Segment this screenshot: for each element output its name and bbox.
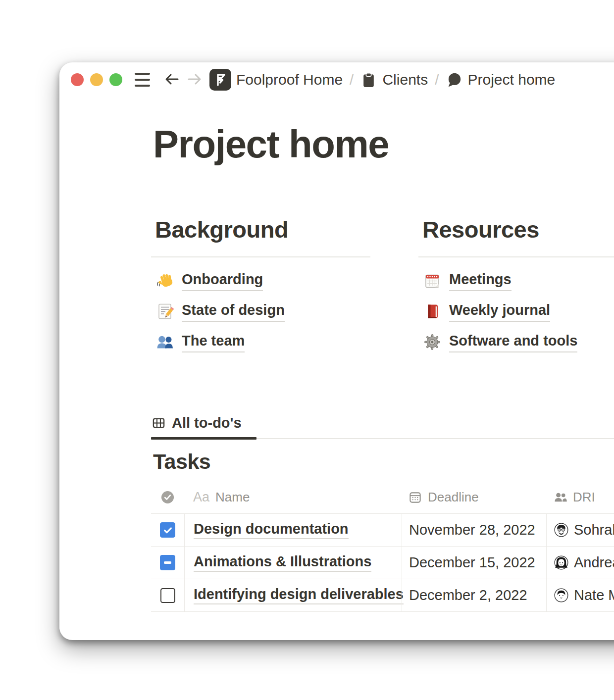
deadline-cell[interactable]: December 2, 2022	[402, 579, 546, 611]
section-heading-resources: Resources	[418, 216, 614, 244]
background-column: Background OnboardingState of designThe …	[151, 216, 370, 357]
deadline-cell[interactable]: November 28, 2022	[402, 514, 546, 546]
table-header-row: Aa Name	[151, 481, 614, 513]
task-name-cell[interactable]: Identifying design deliverables	[184, 579, 402, 611]
task-checkbox-unchecked[interactable]	[160, 588, 175, 603]
clipboard-icon	[360, 72, 377, 88]
gear-emoji	[423, 333, 441, 351]
tasks-table: Aa Name	[151, 481, 614, 612]
dri-cell[interactable]: Andrea	[546, 547, 614, 579]
table-row: Identifying design deliverablesDecember …	[151, 579, 614, 612]
dri-cell[interactable]: Sohrab	[546, 514, 614, 546]
background-links: OnboardingState of designThe team	[151, 257, 370, 357]
header-deadline-label: Deadline	[428, 490, 479, 505]
spiral-calendar-emoji	[423, 272, 441, 290]
checkbox-cell	[151, 579, 184, 611]
resources-column: Resources MeetingsWeekly journalSoftware…	[418, 216, 614, 357]
breadcrumb-item[interactable]: Project home	[446, 71, 556, 88]
header-dri-column[interactable]: DRI	[546, 490, 614, 505]
waving-hand-emoji	[156, 272, 174, 290]
page-link[interactable]: Meetings	[418, 265, 614, 296]
deadline-cell[interactable]: December 15, 2022	[402, 547, 546, 579]
zoom-window-button[interactable]	[109, 73, 122, 86]
section-heading-background: Background	[151, 216, 370, 244]
page-link-label: Meetings	[449, 270, 512, 291]
page-link-label: State of design	[182, 301, 285, 321]
breadcrumb-separator: /	[350, 71, 354, 88]
screenshot-stage: Foolproof Home/Clients/Project home Proj…	[0, 0, 614, 700]
minimize-window-button[interactable]	[90, 73, 103, 86]
task-name-link[interactable]: Identifying design deliverables	[194, 586, 404, 604]
deadline-value: December 2, 2022	[409, 587, 527, 603]
app-window: Foolproof Home/Clients/Project home Proj…	[59, 62, 614, 640]
task-name-link[interactable]: Animations & Illustrations	[194, 553, 371, 572]
sidebar-menu-icon[interactable]	[135, 73, 150, 87]
page-link-label: The team	[182, 332, 245, 352]
task-name-cell[interactable]: Animations & Illustrations	[184, 547, 402, 579]
page-link[interactable]: Weekly journal	[418, 296, 614, 327]
check-circle-icon	[161, 491, 174, 504]
red-book-emoji	[423, 302, 441, 320]
table-row: Design documentationNovember 28, 2022Soh…	[151, 513, 614, 546]
dri-name: Nate M	[574, 587, 614, 603]
breadcrumb-item[interactable]: Foolproof Home	[236, 71, 343, 88]
speech-bubble-icon	[446, 72, 462, 88]
dri-cell[interactable]: Nate M	[546, 579, 614, 611]
busts-emoji	[156, 333, 174, 351]
database-view-tabs: All to-do's	[151, 415, 614, 441]
page-link[interactable]: Software and tools	[418, 327, 614, 357]
header-name-label: Name	[215, 490, 250, 505]
breadcrumb-item[interactable]: Clients	[360, 71, 428, 88]
memo-emoji	[156, 302, 174, 320]
breadcrumb-separator: /	[435, 71, 439, 88]
checkbox-cell	[151, 514, 184, 546]
header-deadline-column[interactable]: Deadline	[402, 490, 546, 505]
foolproof-logo[interactable]	[209, 69, 231, 91]
forward-arrow-icon[interactable]	[187, 72, 203, 87]
page-link[interactable]: Onboarding	[151, 265, 370, 296]
avatar-woman-bob	[554, 555, 568, 570]
resources-links: MeetingsWeekly journalSoftware and tools	[418, 257, 614, 357]
header-checkbox-column[interactable]	[151, 481, 184, 513]
deadline-value: December 15, 2022	[409, 554, 535, 571]
deadline-value: November 28, 2022	[409, 522, 535, 538]
page-link-label: Software and tools	[449, 332, 577, 352]
active-tab-indicator	[151, 437, 256, 440]
two-column-layout: Background OnboardingState of designThe …	[151, 216, 614, 357]
task-name-cell[interactable]: Design documentation	[184, 514, 402, 546]
page-link[interactable]: State of design	[151, 296, 370, 327]
tab-label: All to-do's	[172, 415, 242, 431]
people-icon	[554, 491, 567, 504]
avatar-man-beard	[554, 523, 568, 537]
breadcrumb-label: Foolproof Home	[236, 71, 343, 88]
breadcrumb: Foolproof Home/Clients/Project home	[236, 70, 555, 89]
header-dri-label: DRI	[573, 490, 595, 505]
close-window-button[interactable]	[71, 73, 84, 86]
page-title[interactable]: Project home	[153, 122, 389, 167]
task-checkbox-indeterminate[interactable]	[160, 555, 175, 570]
page-link-label: Weekly journal	[449, 301, 550, 321]
checkbox-cell	[151, 547, 184, 579]
page-link[interactable]: The team	[151, 327, 370, 357]
traffic-lights	[71, 73, 122, 86]
table-row: Animations & IllustrationsDecember 15, 2…	[151, 546, 614, 579]
dri-name: Andrea	[574, 554, 614, 571]
table-grid-icon	[152, 416, 165, 430]
table-body: Design documentationNovember 28, 2022Soh…	[151, 513, 614, 612]
text-property-icon: Aa	[193, 490, 209, 505]
page-link-label: Onboarding	[182, 270, 263, 291]
header-name-column[interactable]: Aa Name	[184, 490, 402, 505]
avatar-man-short	[554, 588, 568, 602]
task-checkbox-checked[interactable]	[160, 522, 175, 538]
breadcrumb-label: Clients	[382, 71, 428, 88]
back-arrow-icon[interactable]	[164, 72, 180, 87]
calendar-icon	[409, 491, 422, 504]
database-title: Tasks	[153, 450, 210, 474]
task-name-link[interactable]: Design documentation	[194, 521, 349, 539]
tab-all-todos[interactable]: All to-do's	[151, 415, 242, 431]
dri-name: Sohrab	[574, 522, 614, 538]
breadcrumb-label: Project home	[468, 71, 556, 88]
